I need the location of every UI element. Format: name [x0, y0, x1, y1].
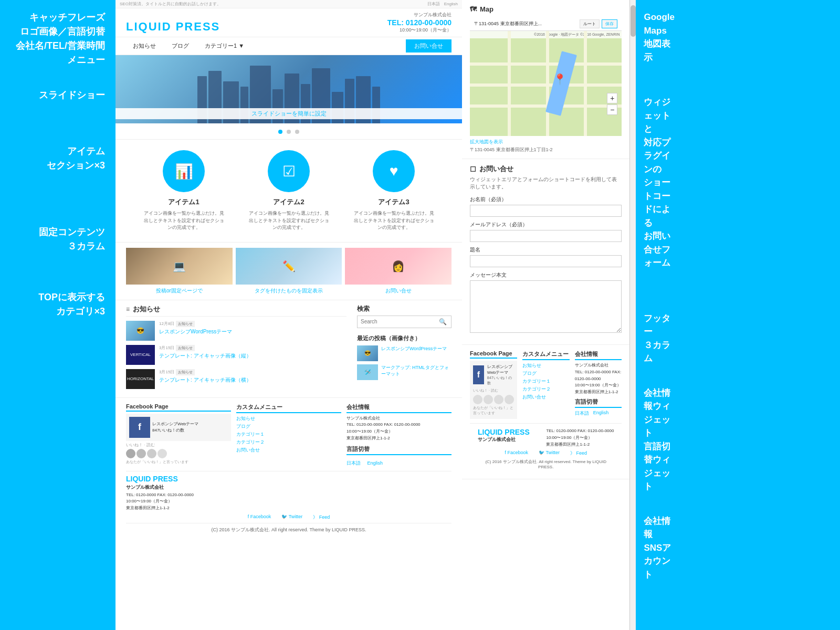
rf-menu-3[interactable]: カテゴリー２: [522, 386, 570, 393]
contact-form-section: ☐ お問い合せ ウィジェットエリアとフォームのショートコードを利用して表示してい…: [462, 159, 629, 345]
rf-col-menu: カスタムメニュー お知らせ ブログ カテゴリー１ カテゴリー２ お問い合せ: [522, 350, 570, 419]
news-title-bar: ≡ お知らせ: [126, 304, 346, 317]
footer-bottom: LIQUID PRESS サンプル株式会社 TEL: 0120-0000 FAX…: [126, 471, 452, 533]
map-expand-link[interactable]: 拡大地図を表示: [470, 139, 503, 145]
site-header: LIQUID PRESS サンプル株式会社 TEL: 0120-00-0000 …: [116, 8, 462, 37]
recent-thumb-1: 🛩️: [357, 364, 378, 380]
rf-sns: f Facebook 🐦 Twitter 》 Feed: [478, 450, 614, 457]
col-2-caption: タグを付けたものを固定表示: [255, 287, 323, 295]
item-2-desc: アイコン画像を一覧から選ぶだけ。見出しとテキストを設定すればセクションの完成です…: [247, 210, 331, 232]
map-container: 📍 + − ©2016 Google · 地図データ ©2016 Google,…: [470, 31, 622, 136]
map-section: 🗺 Map 〒131-0045 東京都番田区押上... ルート 保存: [462, 0, 629, 159]
rf-lang-en[interactable]: English: [593, 410, 609, 417]
scrollbar-thumb[interactable]: [631, 5, 636, 37]
rf-facebook-icon: f: [473, 365, 484, 384]
form-field-message: メッセージ本文: [470, 271, 622, 335]
map-route-btn[interactable]: ルート: [580, 19, 600, 28]
item-2: ☑ アイテム2 アイコン画像を一覧から選ぶだけ。見出しとテキストを設定すればセク…: [247, 150, 331, 232]
footer-widgets: Facebook Page f レスポンシブWebテーマ 847いいね！の数 い…: [126, 403, 452, 467]
rl-footer: フッター ３カラム: [644, 312, 675, 365]
form-input-name[interactable]: [470, 205, 622, 217]
rf-lang-ja[interactable]: 日本語: [575, 410, 589, 417]
rf-menu-4[interactable]: お問い合せ: [522, 394, 570, 401]
col-2: ✏️ タグを付けたものを固定表示: [236, 248, 342, 295]
search-input[interactable]: [358, 316, 435, 328]
hero-caption: スライドショーを簡単に設定: [116, 108, 462, 119]
news-link-1[interactable]: テンプレート: アイキャッチ画像（縦）: [159, 352, 346, 359]
footer-menu-4[interactable]: お問い合せ: [236, 447, 341, 454]
form-textarea-message[interactable]: [470, 280, 622, 333]
recent-link-0[interactable]: レスポンシブWordPressテーマ: [381, 345, 447, 361]
rl-widget: ウィジェットと 対応プラグインの ショートコードによる お問い合せフォーム: [644, 96, 675, 270]
item-1-icon: 📊: [163, 150, 205, 192]
dot-1[interactable]: [287, 130, 291, 134]
footer-menu-0[interactable]: お知らせ: [236, 415, 341, 422]
col-2-image: ✏️: [236, 248, 342, 285]
news-thumb-1: VERTICAL: [126, 345, 155, 365]
zoom-out-btn[interactable]: −: [607, 104, 617, 115]
right-panel: 🗺 Map 〒131-0045 東京都番田区押上... ルート 保存: [462, 0, 682, 630]
contact-info: サンプル株式会社 TEL: 0120-00-0000 10:00〜19:00（月…: [387, 12, 452, 34]
rl-company-widget: 会社情報ウィジェット 言語切替ウィジェット: [644, 386, 675, 494]
dot-2[interactable]: [295, 130, 299, 134]
dot-active[interactable]: [278, 130, 282, 134]
footer-lang-en[interactable]: English: [367, 460, 383, 466]
form-input-email[interactable]: [470, 230, 622, 242]
nav-contact-button[interactable]: お問い合せ: [406, 39, 452, 52]
right-footer: Facebook Page f レスポンシブWebテーマ 847いいね！の数 い: [462, 345, 629, 479]
nav-category[interactable]: カテゴリー1 ▼: [198, 39, 251, 52]
lang-ja[interactable]: 日本語: [427, 2, 440, 6]
site-logo: LIQUID PRESS: [126, 20, 220, 34]
footer-copyright: (C) 2016 サンプル株式会社. All right reserved. T…: [126, 523, 452, 533]
form-field-subject: 題名: [470, 246, 622, 267]
items-section: 📊 アイテム1 アイコン画像を一覧から選ぶだけ。見出しとテキストを設定すればセク…: [116, 140, 462, 243]
center-browser: SEO対策済。タイトルと共に自動的お話しかけます。 日本語 English LI…: [116, 0, 462, 630]
col-1-caption: 投稿or固定ページで: [156, 287, 203, 295]
rf-menu-2[interactable]: カテゴリー１: [522, 378, 570, 385]
item-2-title: アイテム2: [247, 197, 331, 207]
form-field-name: お名前（必須）: [470, 196, 622, 217]
label-fixed-content: 固定コンテンツ ３カラム: [5, 225, 110, 254]
right-labels: Google Maps 地図表示 ウィジェットと 対応プラグインの ショートコー…: [636, 0, 682, 630]
footer-menu-2[interactable]: カテゴリー１: [236, 431, 341, 438]
nav-news[interactable]: お知らせ: [126, 39, 163, 52]
item-1: 📊 アイテム1 アイコン画像を一覧から選ぶだけ。見出しとテキストを設定すればセク…: [142, 150, 226, 232]
map-toolbar: 〒131-0045 東京都番田区押上... ルート 保存: [470, 17, 622, 31]
footer-menu-3[interactable]: カテゴリー２: [236, 439, 341, 446]
map-save-btn[interactable]: 保存: [602, 19, 617, 28]
label-slideshow: スライドショー: [5, 88, 110, 102]
rf-fb-box: f レスポンシブWebテーマ 847いいね！の数 いいね！ · 読む: [470, 361, 517, 419]
fb-faces: [126, 449, 231, 458]
lang-en[interactable]: English: [444, 2, 458, 6]
search-button[interactable]: 🔍: [435, 316, 451, 328]
nav-blog[interactable]: ブログ: [165, 39, 196, 52]
recent-item-1: 🛩️ マークアップ: HTMLタグとフォーマット: [357, 364, 452, 380]
scrollbar-track[interactable]: [629, 0, 636, 630]
rf-menu-0[interactable]: お知らせ: [522, 362, 570, 369]
news-item-1: VERTICAL 3月15日 お知らせ テンプレート: アイキャッチ画像（縦）: [126, 345, 346, 365]
form-input-subject[interactable]: [470, 255, 622, 267]
news-link-2[interactable]: テンプレート: アイキャッチ画像（横）: [159, 376, 346, 383]
item-1-title: アイテム1: [142, 197, 226, 207]
news-thumb-2: HORIZONTAL: [126, 369, 155, 389]
rf-col-company: 会社情報 サンプル株式会社 TEL: 0120-00-0000 FAX: 012…: [575, 350, 622, 419]
recent-link-1[interactable]: マークアップ: HTMLタグとフォーマット: [381, 364, 452, 380]
left-labels: キャッチフレーズ ロゴ画像／言語切替 会社名/TEL/営業時間 メニュー スライ…: [0, 0, 116, 630]
news-icon: ≡: [126, 306, 130, 313]
rf-fb-faces: [473, 395, 514, 404]
news-link-0[interactable]: レスポンシブWordPressテーマ: [159, 328, 346, 335]
facebook-icon: f: [129, 417, 150, 438]
zoom-in-btn[interactable]: +: [607, 93, 617, 103]
rf-menu-1[interactable]: ブログ: [522, 370, 570, 377]
footer-col-menu: カスタムメニュー お知らせ ブログ カテゴリー１ カテゴリー２ お問い合せ: [236, 403, 341, 467]
footer-lang-ja[interactable]: 日本語: [346, 460, 361, 466]
site-footer: Facebook Page f レスポンシブWebテーマ 847いいね！の数 い…: [116, 397, 462, 539]
search-box: 検索 🔍: [357, 304, 452, 328]
label-categories: TOPに表示する カテゴリ×3: [5, 290, 110, 319]
news-section: ≡ お知らせ 😎 12月8日 お知らせ レスポンシブWordPressテーマ V…: [116, 300, 462, 397]
rl-map: Google Maps 地図表示: [644, 10, 675, 64]
col-3-image: 👩: [345, 248, 452, 285]
footer-menu-1[interactable]: ブログ: [236, 423, 341, 430]
item-3-icon: ♥: [373, 150, 415, 192]
seo-bar: SEO対策済。タイトルと共に自動的お話しかけます。 日本語 English: [116, 0, 462, 8]
